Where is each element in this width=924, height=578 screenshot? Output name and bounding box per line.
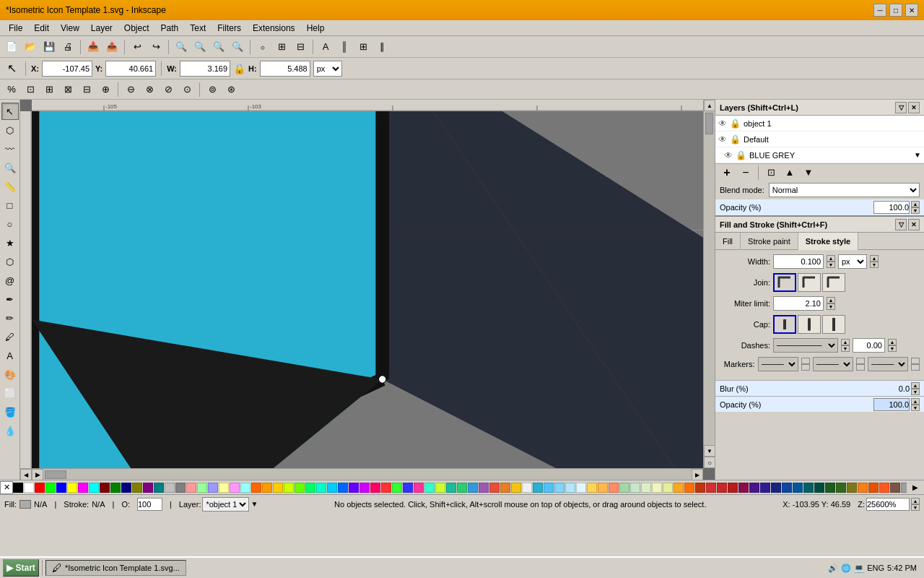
tab-fill[interactable]: Fill	[715, 233, 741, 250]
layer-expand-icon[interactable]: ▼	[914, 151, 921, 159]
layer-row-bluegrey[interactable]: 👁 🔒 BLUE GREY ▼	[715, 147, 924, 163]
color-swatch[interactable]	[684, 483, 694, 493]
eraser-tool[interactable]: ⬜	[1, 384, 19, 402]
tab-stroke-style[interactable]: Stroke style	[798, 233, 858, 250]
measure-tool[interactable]: 📏	[1, 178, 19, 195]
width-unit-select[interactable]: pxmmcmin	[838, 254, 867, 269]
color-swatch[interactable]	[738, 483, 749, 493]
lock-icon[interactable]: 🔒	[233, 63, 245, 74]
x-input[interactable]	[42, 61, 92, 77]
node-tool[interactable]: ⬡	[1, 121, 19, 139]
hscroll-track[interactable]	[43, 469, 692, 480]
remove-layer-btn[interactable]: −	[737, 164, 754, 181]
pencil-tool[interactable]: ✏	[1, 309, 19, 327]
new-button[interactable]: 📄	[3, 38, 20, 56]
vscroll-down[interactable]: ▼	[704, 445, 715, 457]
color-swatch[interactable]	[847, 483, 857, 493]
color-swatch[interactable]	[392, 483, 402, 493]
zoom-fit-icon[interactable]: ○	[704, 457, 715, 468]
bottom-opacity-up[interactable]: ▲	[911, 398, 920, 405]
fill-stroke-close-btn[interactable]: ✕	[908, 219, 920, 230]
layer-dup-btn[interactable]: ⊡	[762, 164, 780, 181]
zoom-tool[interactable]: 🔍	[1, 159, 19, 176]
color-swatch[interactable]	[381, 483, 391, 493]
markers-mid-select[interactable]: ────	[813, 357, 853, 371]
miter-down[interactable]: ▼	[827, 303, 835, 310]
color-swatch[interactable]	[760, 483, 770, 493]
hscroll-left[interactable]: ◀	[20, 469, 32, 480]
color-swatch[interactable]	[143, 483, 153, 493]
star-tool[interactable]: ★	[1, 234, 19, 251]
menu-view[interactable]: View	[55, 22, 85, 35]
vertical-scrollbar[interactable]: ▲ ▼ ○	[703, 100, 715, 468]
fill-stroke-expand-btn[interactable]: ▽	[895, 219, 907, 230]
color-swatch[interactable]	[370, 483, 380, 493]
color-swatch[interactable]	[316, 483, 326, 493]
color-swatch[interactable]	[522, 483, 532, 493]
pen-tool[interactable]: ✒	[1, 290, 19, 308]
color-swatch[interactable]	[35, 483, 45, 493]
color-swatch[interactable]	[803, 483, 814, 493]
snap-grid[interactable]: ⊕	[97, 81, 114, 98]
guides-btn[interactable]: ║	[336, 38, 353, 56]
color-swatch[interactable]	[706, 483, 716, 493]
markers-mid-down[interactable]	[856, 364, 865, 371]
menu-filters[interactable]: Filters	[212, 22, 247, 35]
color-swatch[interactable]	[858, 483, 868, 493]
color-swatch[interactable]	[424, 483, 435, 493]
nodes-button[interactable]: ⬦	[254, 38, 271, 56]
y-input[interactable]	[105, 61, 156, 77]
join-miter-btn[interactable]	[773, 273, 796, 292]
color-swatch[interactable]	[186, 483, 196, 493]
width-up[interactable]: ▲	[827, 255, 835, 262]
minimize-button[interactable]: ─	[873, 4, 886, 17]
layer-up-btn[interactable]: ▲	[781, 164, 798, 181]
fill-tool[interactable]: 🪣	[1, 403, 19, 420]
bottom-opacity-down[interactable]: ▼	[911, 405, 920, 411]
zoom-fit-button[interactable]: 🔍	[173, 38, 190, 56]
color-swatch[interactable]	[435, 483, 445, 493]
color-swatch[interactable]	[500, 483, 510, 493]
tab-stroke-paint[interactable]: Stroke paint	[741, 233, 798, 250]
snap-3[interactable]: ⊗	[141, 81, 158, 98]
snap-page[interactable]: ⊠	[59, 81, 77, 98]
width-down[interactable]: ▼	[827, 262, 835, 268]
color-swatch[interactable]	[110, 483, 121, 493]
color-swatch[interactable]	[262, 483, 272, 493]
markers-start-down[interactable]	[801, 364, 810, 371]
color-swatch[interactable]	[717, 483, 727, 493]
zoom-page-button[interactable]: 🔍	[191, 38, 209, 56]
color-swatch[interactable]	[446, 483, 456, 493]
import-button[interactable]: 📥	[84, 38, 102, 56]
color-swatch[interactable]	[793, 483, 803, 493]
snap-4[interactable]: ⊘	[160, 81, 177, 98]
miter-up[interactable]: ▲	[827, 297, 835, 303]
menu-object[interactable]: Object	[118, 22, 155, 35]
redo-button[interactable]: ↪	[147, 38, 165, 56]
color-swatch[interactable]	[305, 483, 315, 493]
color-swatch[interactable]	[598, 483, 608, 493]
color-swatch[interactable]	[479, 483, 489, 493]
color-swatch[interactable]	[414, 483, 424, 493]
color-swatch[interactable]	[641, 483, 651, 493]
cap-square-btn[interactable]	[822, 315, 845, 334]
color-swatch[interactable]	[879, 483, 889, 493]
tweak-tool[interactable]: 〰	[1, 140, 19, 158]
print-button[interactable]: 🖨	[59, 38, 77, 56]
spiral-tool[interactable]: @	[1, 272, 19, 289]
zoom-select-button[interactable]: 🔍	[229, 38, 246, 56]
color-swatch[interactable]	[890, 483, 900, 493]
menu-text[interactable]: Text	[184, 22, 212, 35]
unit-up[interactable]: ▲	[870, 255, 879, 262]
menu-path[interactable]: Path	[155, 22, 185, 35]
color-swatch[interactable]	[89, 483, 99, 493]
no-color-btn[interactable]: ✕	[0, 481, 13, 494]
blur-down[interactable]: ▼	[911, 389, 920, 395]
miter-input[interactable]	[773, 296, 824, 311]
3d-box-tool[interactable]: ⬡	[1, 253, 19, 270]
hscroll-right[interactable]: ▶	[692, 469, 703, 480]
color-swatch[interactable]	[782, 483, 792, 493]
color-swatch[interactable]	[273, 483, 283, 493]
markers-mid-up[interactable]	[856, 358, 865, 364]
dashes-down[interactable]: ▼	[841, 345, 850, 352]
